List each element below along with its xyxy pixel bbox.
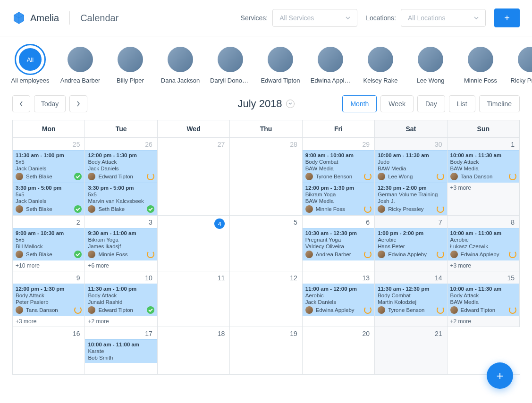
view-month[interactable]: Month bbox=[342, 95, 377, 112]
employee-filter-item[interactable]: Lee Wong bbox=[413, 47, 448, 84]
calendar-day-cell[interactable]: 27 bbox=[158, 138, 230, 216]
logo[interactable]: Amelia bbox=[12, 11, 59, 25]
nav-group: Today bbox=[12, 95, 87, 112]
calendar-day-cell[interactable]: 28 bbox=[230, 138, 302, 216]
calendar-event[interactable]: 1:00 pm - 2:00 pmAerobicHans PeterEdwina… bbox=[375, 228, 447, 260]
today-button[interactable]: Today bbox=[34, 95, 66, 112]
employee-filter-item[interactable]: AllAll employees bbox=[12, 47, 48, 84]
more-events-link[interactable]: +2 more bbox=[85, 316, 157, 327]
avatar bbox=[16, 173, 23, 180]
event-time: 11:30 am - 1:00 pm bbox=[16, 152, 82, 158]
calendar-day-cell[interactable]: 18 bbox=[158, 327, 230, 374]
calendar-event[interactable]: 12:00 pm - 1:30 pmBody AttackPeter Pasie… bbox=[13, 284, 84, 316]
calendar-event[interactable]: 10:00 am - 11:30 amJudoBAW MediaLee Wong bbox=[375, 150, 447, 183]
day-header: Tue bbox=[85, 120, 157, 138]
month-selector[interactable]: July 2018 bbox=[237, 98, 294, 110]
calendar-day-cell[interactable]: 21 bbox=[375, 327, 447, 374]
calendar-day-cell[interactable]: 1311:00 am - 12:00 pmAerobicJack Daniels… bbox=[303, 271, 375, 327]
view-timeline[interactable]: Timeline bbox=[479, 95, 520, 112]
employee-filter-item[interactable]: Daryll Donov… bbox=[212, 47, 248, 84]
calendar-day-cell[interactable]: 610:30 am - 12:30 pmPregnant YogaValdecy… bbox=[303, 216, 375, 271]
event-time: 11:00 am - 12:00 pm bbox=[305, 286, 372, 292]
view-list[interactable]: List bbox=[449, 95, 475, 112]
more-events-link[interactable]: +3 more bbox=[448, 260, 519, 271]
employee-filter-item[interactable]: Andrea Barber bbox=[62, 47, 98, 84]
calendar-event[interactable]: 3:30 pm - 5:00 pm5x5Jack DanielsSeth Bla… bbox=[13, 183, 84, 215]
calendar-event[interactable]: 12:30 pm - 2:00 pmGerman Volume Training… bbox=[375, 183, 447, 215]
view-week[interactable]: Week bbox=[380, 95, 414, 112]
calendar-day-cell[interactable]: 19 bbox=[230, 327, 302, 374]
calendar-day-cell[interactable]: 29:00 am - 10:30 am5x5Bill MallockSeth B… bbox=[13, 216, 85, 271]
day-header: Sat bbox=[375, 120, 447, 138]
day-number: 20 bbox=[303, 327, 374, 339]
calendar-event[interactable]: 12:00 pm - 1:30 pmBody AttackJack Daniel… bbox=[85, 150, 157, 183]
more-events-link[interactable]: +2 more bbox=[448, 316, 519, 327]
more-events-link[interactable]: +10 more bbox=[13, 260, 84, 271]
locations-select[interactable]: All Locations bbox=[401, 9, 486, 27]
calendar-day-cell[interactable]: 5 bbox=[230, 216, 302, 271]
calendar-day-cell[interactable]: 20 bbox=[303, 327, 375, 374]
calendar-day-cell[interactable]: 110:00 am - 11:30 amBody AttackBAW Media… bbox=[448, 138, 520, 216]
next-button[interactable] bbox=[69, 95, 87, 112]
calendar-day-cell[interactable]: 1710:00 am - 11:00 amKarateBob Smith bbox=[85, 327, 157, 374]
event-time: 12:00 pm - 1:30 pm bbox=[305, 185, 372, 191]
assignee-name: Edwina Appleby bbox=[316, 307, 361, 313]
event-assignee: Tana Danson bbox=[16, 306, 82, 314]
more-events-link[interactable]: +6 more bbox=[85, 260, 157, 271]
calendar-day-cell[interactable]: 71:00 pm - 2:00 pmAerobicHans PeterEdwin… bbox=[375, 216, 447, 271]
calendar-day-cell[interactable]: 1510:00 am - 11:30 amBody AttackBAW Medi… bbox=[448, 271, 520, 327]
employee-filter-item[interactable]: Billy Piper bbox=[112, 47, 148, 84]
calendar-day-cell[interactable]: 299:00 am - 10:00 amBody CombatBAW Media… bbox=[303, 138, 375, 216]
month-label: July 2018 bbox=[237, 98, 282, 110]
services-select[interactable]: All Services bbox=[272, 9, 357, 27]
calendar-day-cell[interactable]: 912:00 pm - 1:30 pmBody AttackPeter Pasi… bbox=[13, 271, 85, 327]
day-number: 18 bbox=[158, 327, 229, 339]
calendar-event[interactable]: 9:00 am - 10:00 amBody CombatBAW MediaTy… bbox=[303, 150, 374, 183]
calendar-event[interactable]: 9:30 am - 11:00 amBikram YogaJames lkads… bbox=[85, 228, 157, 260]
calendar-day-cell[interactable]: 11 bbox=[158, 271, 230, 327]
view-day[interactable]: Day bbox=[417, 95, 445, 112]
employee-label: Dana Jackson bbox=[161, 77, 200, 84]
calendar-event[interactable]: 10:00 am - 11:00 amKarateBob Smith bbox=[85, 339, 157, 363]
calendar-event[interactable]: 11:30 am - 1:00 pmBody AttackJunaid Rash… bbox=[85, 284, 157, 316]
calendar-day-cell[interactable]: 810:00 am - 11:00 amAerobicŁukasz Czerwi… bbox=[448, 216, 520, 271]
calendar-event[interactable]: 10:00 am - 11:30 amBody AttackBAW MediaE… bbox=[448, 284, 519, 316]
more-events-link[interactable]: +3 more bbox=[13, 316, 84, 327]
event-assignee: Edwina Appleby bbox=[450, 251, 516, 258]
calendar-day-cell[interactable]: 4 bbox=[158, 216, 230, 271]
day-number: 8 bbox=[448, 216, 519, 228]
calendar-day-cell[interactable]: 2511:30 am - 1:00 pm5x5Jack DanielsSeth … bbox=[13, 138, 85, 216]
calendar-event[interactable]: 10:00 am - 11:00 amAerobicŁukasz Czerwik… bbox=[448, 228, 519, 260]
employee-label: All employees bbox=[11, 77, 50, 84]
calendar-week-row: 2511:30 am - 1:00 pm5x5Jack DanielsSeth … bbox=[13, 138, 520, 216]
calendar-day-cell[interactable]: 3010:00 am - 11:30 amJudoBAW MediaLee Wo… bbox=[375, 138, 447, 216]
employee-filter-item[interactable]: Kelsey Rake bbox=[363, 47, 398, 84]
employee-filter-item[interactable]: Minnie Foss bbox=[463, 47, 498, 84]
services-value: All Services bbox=[279, 14, 314, 22]
calendar-event[interactable]: 9:00 am - 10:30 am5x5Bill MallockSeth Bl… bbox=[13, 228, 84, 260]
event-customer: BAW Media bbox=[378, 166, 444, 171]
more-events-link[interactable]: +3 more bbox=[448, 183, 519, 193]
calendar-event[interactable]: 12:00 pm - 1:30 pmBikram YogaBAW MediaMi… bbox=[303, 183, 374, 215]
calendar-event[interactable]: 10:00 am - 11:30 amBody AttackBAW MediaT… bbox=[448, 150, 519, 183]
employee-filter-item[interactable]: Dana Jackson bbox=[162, 47, 198, 84]
calendar-day-cell[interactable]: 1411:30 am - 12:30 pmBody CombatMartin K… bbox=[375, 271, 447, 327]
calendar-event[interactable]: 10:30 am - 12:30 pmPregnant YogaValdecy … bbox=[303, 228, 374, 260]
logo-icon bbox=[12, 11, 25, 25]
calendar-event[interactable]: 3:30 pm - 5:00 pm5x5Marvin van Kalcvsbee… bbox=[85, 183, 157, 215]
calendar-event[interactable]: 11:30 am - 12:30 pmBody CombatMartin Kol… bbox=[375, 284, 447, 316]
calendar-day-cell[interactable]: 2612:00 pm - 1:30 pmBody AttackJack Dani… bbox=[85, 138, 157, 216]
calendar-event[interactable]: 11:30 am - 1:00 pm5x5Jack DanielsSeth Bl… bbox=[13, 150, 84, 183]
employee-filter-item[interactable]: Edwina Appl… bbox=[312, 47, 348, 84]
calendar-event[interactable]: 11:00 am - 12:00 pmAerobicJack DanielsEd… bbox=[303, 284, 374, 316]
calendar-day-cell[interactable]: 39:30 am - 11:00 amBikram YogaJames lkad… bbox=[85, 216, 157, 271]
avatar bbox=[378, 173, 385, 180]
calendar-day-cell[interactable]: 1011:30 am - 1:00 pmBody AttackJunaid Ra… bbox=[85, 271, 157, 327]
employee-filter-item[interactable]: Edward Tipton bbox=[262, 47, 298, 84]
calendar-day-cell[interactable]: 16 bbox=[13, 327, 85, 374]
pending-icon bbox=[509, 251, 516, 258]
prev-button[interactable] bbox=[12, 95, 30, 112]
employee-filter-item[interactable]: Ricky Pressley bbox=[513, 47, 532, 84]
add-button[interactable]: + bbox=[494, 8, 520, 27]
calendar-day-cell[interactable]: 12 bbox=[230, 271, 302, 327]
